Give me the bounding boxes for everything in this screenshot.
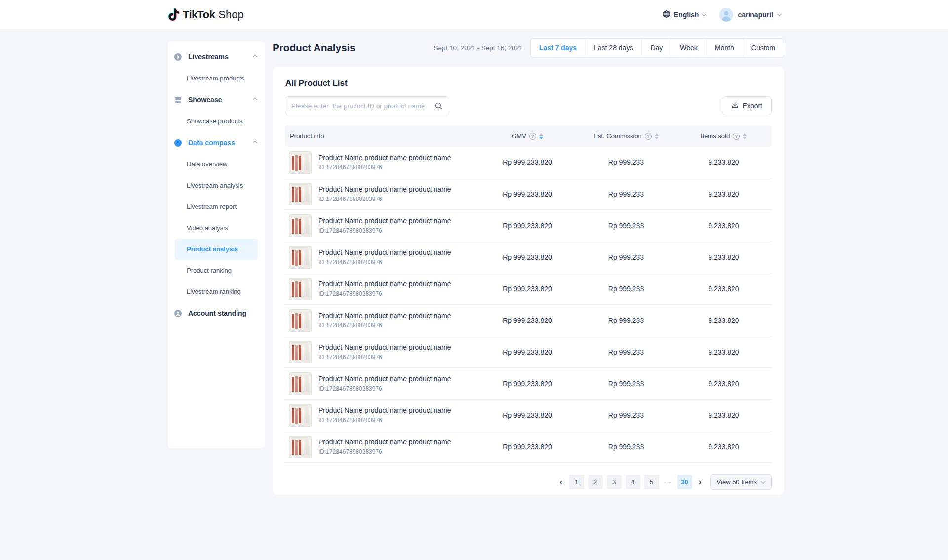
product-name: Product Name product name product name [318, 375, 451, 383]
product-thumbnail [289, 436, 312, 458]
product-id: ID:17284678980283976 [318, 448, 451, 455]
product-name: Product Name product name product name [318, 438, 451, 446]
product-id: ID:17284678980283976 [318, 196, 451, 202]
sort-control[interactable] [655, 133, 659, 139]
livestream-play-icon [174, 53, 182, 61]
table-row: Product Name product name product name I… [285, 368, 772, 400]
gmv-value: Rp 999.233.820 [503, 190, 552, 198]
page-button[interactable]: 5 [644, 475, 659, 489]
help-icon[interactable]: ? [529, 133, 536, 140]
next-page-icon[interactable]: › [696, 478, 704, 486]
commission-value: Rp 999.233 [608, 443, 644, 451]
items-sold-value: 9.233.820 [708, 253, 739, 261]
date-range-tabs: Last 7 days Last 28 days Day Week Month … [530, 38, 784, 58]
commission-value: Rp 999.233 [608, 159, 644, 166]
chevron-up-icon [253, 54, 258, 59]
page-button[interactable]: 3 [607, 475, 622, 489]
data-compass-icon [174, 139, 182, 147]
table-row: Product Name product name product name I… [285, 431, 772, 463]
tab-last-28-days[interactable]: Last 28 days [585, 39, 641, 57]
items-sold-value: 9.233.820 [708, 285, 739, 293]
sidebar-item-livestream-report[interactable]: Livestream report [168, 196, 265, 217]
page-button[interactable]: 2 [588, 475, 603, 489]
product-id: ID:17284678980283976 [318, 290, 451, 297]
sort-control[interactable] [743, 133, 747, 139]
sidebar-item-livestreams[interactable]: Livestreams [168, 46, 265, 68]
product-thumbnail [289, 278, 312, 300]
language-selector[interactable]: English [662, 10, 706, 20]
page-size-select[interactable]: View 50 Items [710, 474, 772, 490]
help-icon[interactable]: ? [733, 133, 740, 140]
product-name: Product Name product name product name [318, 343, 451, 352]
export-label: Export [743, 102, 762, 110]
brand-name: TikTok [183, 8, 215, 21]
product-name: Product Name product name product name [318, 406, 451, 415]
help-icon[interactable]: ? [645, 133, 652, 140]
sidebar-item-showcase-products[interactable]: Showcase products [168, 111, 265, 132]
column-gmv: GMV [512, 132, 526, 140]
globe-icon [662, 10, 671, 20]
product-thumbnail [289, 183, 312, 205]
user-menu[interactable]: carinapuril [719, 8, 781, 22]
export-button[interactable]: Export [722, 96, 772, 115]
product-name: Product Name product name product name [318, 185, 451, 194]
items-sold-value: 9.233.820 [708, 380, 739, 388]
gmv-value: Rp 999.233.820 [503, 222, 552, 230]
product-thumbnail [289, 214, 312, 237]
page-button[interactable]: 4 [626, 475, 640, 489]
sidebar-sublabel: Product ranking [187, 267, 232, 274]
sidebar-item-video-analysis[interactable]: Video analysis [168, 217, 265, 239]
tab-day[interactable]: Day [641, 39, 671, 57]
table-row: Product Name product name product name I… [285, 210, 772, 241]
chevron-down-icon [777, 11, 782, 16]
tiktok-shop-logo: TikTok Shop [168, 0, 244, 29]
items-sold-value: 9.233.820 [708, 348, 739, 356]
tab-last-7-days[interactable]: Last 7 days [531, 39, 585, 57]
sidebar-item-showcase[interactable]: Showcase [168, 89, 265, 111]
prev-page-icon[interactable]: ‹ [557, 478, 565, 486]
sidebar-item-livestream-products[interactable]: Livestream products [168, 68, 265, 89]
product-thumbnail [289, 341, 312, 363]
tab-custom[interactable]: Custom [743, 39, 784, 57]
chevron-down-icon [702, 11, 707, 16]
sidebar-sublabel: Livestream report [187, 203, 237, 210]
column-est-commission: Est. Commission [593, 132, 642, 140]
items-sold-value: 9.233.820 [708, 222, 739, 230]
topbar: TikTok Shop English carinapuril [0, 0, 948, 29]
page-title: Product Analysis [273, 42, 356, 54]
page-button[interactable]: 1 [569, 475, 584, 489]
search-input[interactable] [291, 102, 431, 110]
table-body: Product Name product name product name I… [285, 147, 772, 463]
sidebar-item-livestream-analysis[interactable]: Livestream analysis [168, 175, 265, 196]
download-icon [731, 101, 739, 110]
sidebar-item-account-standing[interactable]: Account standing [168, 302, 265, 324]
page-button-active[interactable]: 30 [677, 475, 692, 489]
sidebar-item-data-compass[interactable]: Data compass [168, 132, 265, 154]
product-id: ID:17284678980283976 [318, 227, 451, 234]
commission-value: Rp 999.233 [608, 190, 644, 198]
commission-value: Rp 999.233 [608, 380, 644, 388]
tab-week[interactable]: Week [671, 39, 706, 57]
product-id: ID:17284678980283976 [318, 417, 451, 424]
sidebar-sublabel: Showcase products [187, 118, 242, 125]
sidebar-item-product-ranking[interactable]: Product ranking [168, 260, 265, 281]
search-icon[interactable] [434, 102, 443, 110]
commission-value: Rp 999.233 [608, 317, 644, 324]
gmv-value: Rp 999.233.820 [503, 317, 552, 324]
table-header-row: Product info GMV ? Est. Commission ? Ite… [285, 125, 772, 147]
product-table: Product info GMV ? Est. Commission ? Ite… [285, 125, 772, 463]
product-list-card: All Product List Export Product info [273, 67, 784, 495]
product-thumbnail [289, 309, 312, 332]
page-size-label: View 50 Items [717, 479, 757, 486]
tab-month[interactable]: Month [706, 39, 743, 57]
sidebar-item-livestream-ranking[interactable]: Livestream ranking [168, 281, 265, 302]
sidebar-label: Livestreams [188, 53, 247, 61]
sort-control[interactable] [539, 133, 543, 139]
product-id: ID:17284678980283976 [318, 385, 451, 392]
table-row: Product Name product name product name I… [285, 241, 772, 273]
pagination: ‹ 1 2 3 4 5 ··· 30 › View 50 Items [285, 474, 772, 490]
sidebar-item-product-analysis[interactable]: Product analysis [175, 239, 258, 260]
items-sold-value: 9.233.820 [708, 411, 739, 419]
sidebar-item-data-overview[interactable]: Data overview [168, 154, 265, 175]
showcase-icon [174, 96, 182, 104]
